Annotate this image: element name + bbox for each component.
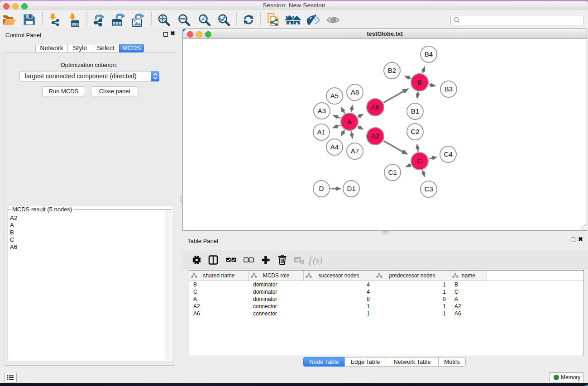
svg-text:B3: B3 [445,85,453,93]
svg-text:A3: A3 [318,107,326,114]
svg-text:A8: A8 [351,88,359,96]
svg-text:C1: C1 [388,168,397,176]
svg-text:(x): (x) [313,256,322,266]
svg-text:A4: A4 [330,143,339,151]
svg-text:C2: C2 [411,128,419,135]
svg-text:A1: A1 [317,128,325,136]
svg-text:A2: A2 [371,132,379,140]
svg-text:B2: B2 [388,67,396,74]
svg-text:A: A [347,118,352,125]
svg-text:A7: A7 [351,147,359,155]
svg-text:B: B [417,78,422,86]
svg-text:C3: C3 [424,185,433,193]
svg-text:A6: A6 [371,103,379,111]
svg-text:f: f [309,254,313,266]
svg-text:A5: A5 [330,92,339,100]
svg-text:B1: B1 [411,107,419,115]
svg-text:C4: C4 [444,150,452,158]
svg-text:C: C [417,157,422,165]
svg-text:D1: D1 [347,185,355,192]
svg-text:D: D [319,185,324,192]
svg-text:B4: B4 [425,50,433,58]
